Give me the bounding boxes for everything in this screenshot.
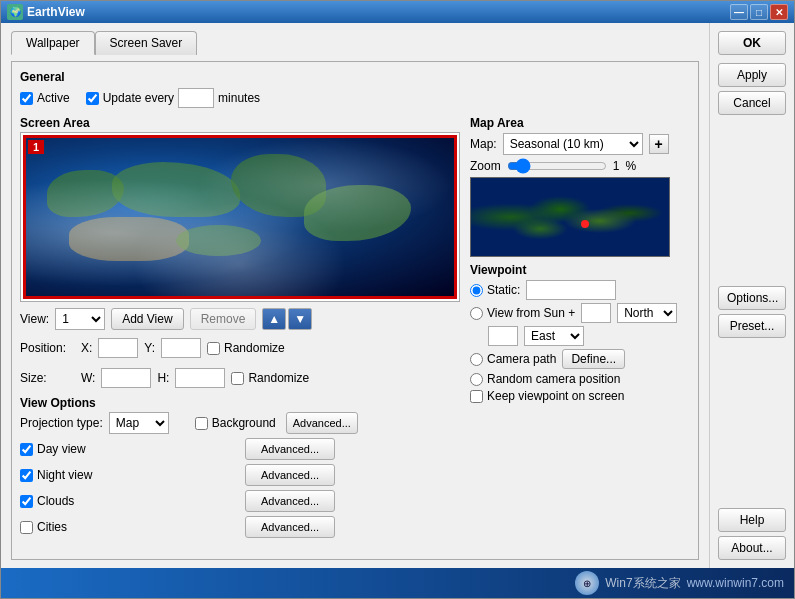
define-button[interactable]: Define...	[562, 349, 625, 369]
close-button[interactable]: ✕	[770, 4, 788, 20]
cities-label[interactable]: Cities	[20, 516, 235, 538]
view-sun-value-input[interactable]: 0°	[581, 303, 611, 323]
win7-logo-icon: ⊕	[575, 571, 599, 595]
map-select[interactable]: Seasonal (10 km) Blue Marble Night	[503, 133, 643, 155]
east-select[interactable]: East West	[524, 326, 584, 346]
cancel-button[interactable]: Cancel	[718, 91, 786, 115]
day-view-label[interactable]: Day view	[20, 438, 235, 460]
size-h-input[interactable]: 1080	[175, 368, 225, 388]
map-select-row: Map: Seasonal (10 km) Blue Marble Night …	[470, 133, 690, 155]
view-options-section: View Options Projection type: Map Globe …	[20, 396, 460, 538]
background-advanced-button[interactable]: Advanced...	[286, 412, 358, 434]
zoom-row: Zoom 1 %	[470, 158, 690, 174]
view-sun-radio[interactable]	[470, 307, 483, 320]
size-row: Size: W: 1920 H: 1080 Randomize	[20, 368, 460, 388]
apply-button[interactable]: Apply	[718, 63, 786, 87]
update-value-input[interactable]: 10	[178, 88, 214, 108]
tab-wallpaper[interactable]: Wallpaper	[11, 31, 95, 55]
camera-path-radio[interactable]	[470, 353, 483, 366]
ok-button[interactable]: OK	[718, 31, 786, 55]
random-camera-radio-label[interactable]: Random camera position	[470, 372, 620, 386]
clouds-label[interactable]: Clouds	[20, 490, 235, 512]
size-label: Size:	[20, 371, 75, 385]
position-row: Position: X: 0 Y: 0 Randomize	[20, 338, 460, 358]
about-button[interactable]: About...	[718, 536, 786, 560]
update-checkbox-label[interactable]: Update every	[86, 91, 174, 105]
projection-select[interactable]: Map Globe	[109, 412, 169, 434]
day-view-checkbox[interactable]	[20, 443, 33, 456]
tab-screensaver[interactable]: Screen Saver	[95, 31, 198, 55]
active-checkbox[interactable]	[20, 92, 33, 105]
minimize-button[interactable]: —	[730, 4, 748, 20]
clouds-advanced-button[interactable]: Advanced...	[245, 490, 335, 512]
map-label: Map:	[470, 137, 497, 151]
two-col-layout: Screen Area 1	[20, 116, 690, 551]
maximize-button[interactable]: □	[750, 4, 768, 20]
sun-east-value-input[interactable]: 0°	[488, 326, 518, 346]
up-arrow-button[interactable]: ▲	[262, 308, 286, 330]
zoom-value: 1	[613, 159, 620, 173]
clouds-checkbox[interactable]	[20, 495, 33, 508]
position-x-input[interactable]: 0	[98, 338, 138, 358]
active-checkbox-label[interactable]: Active	[20, 91, 70, 105]
size-w-input[interactable]: 1920	[101, 368, 151, 388]
size-randomize-checkbox[interactable]	[231, 372, 244, 385]
zoom-slider[interactable]	[507, 158, 607, 174]
position-randomize-checkbox[interactable]	[207, 342, 220, 355]
keep-viewpoint-label[interactable]: Keep viewpoint on screen	[470, 389, 624, 403]
update-row: Update every 10 minutes	[86, 88, 260, 108]
position-randomize-label[interactable]: Randomize	[207, 341, 285, 355]
map-area-section: Map Area Map: Seasonal (10 km) Blue Marb…	[470, 116, 690, 257]
keep-viewpoint-row: Keep viewpoint on screen	[470, 389, 690, 403]
screen-preview: 1	[23, 135, 457, 299]
day-advanced-button[interactable]: Advanced...	[245, 438, 335, 460]
view-select[interactable]: 1	[55, 308, 105, 330]
screen-number: 1	[28, 140, 44, 154]
remove-button[interactable]: Remove	[190, 308, 257, 330]
cities-advanced-button[interactable]: Advanced...	[245, 516, 335, 538]
down-arrow-button[interactable]: ▼	[288, 308, 312, 330]
view-label: View:	[20, 312, 49, 326]
keep-viewpoint-checkbox[interactable]	[470, 390, 483, 403]
cities-checkbox[interactable]	[20, 521, 33, 534]
title-bar-left: 🌍 EarthView	[7, 4, 85, 20]
active-label: Active	[37, 91, 70, 105]
side-buttons: OK Apply Cancel Options... Preset... Hel…	[709, 23, 794, 568]
static-value-input[interactable]: 0.00°N 0.00°E	[526, 280, 616, 300]
projection-label: Projection type:	[20, 416, 103, 430]
background-label[interactable]: Background	[195, 416, 276, 430]
help-button[interactable]: Help	[718, 508, 786, 532]
north-select[interactable]: North South	[617, 303, 677, 323]
screen-area-section: Screen Area 1	[20, 116, 460, 302]
size-randomize-text: Randomize	[248, 371, 309, 385]
x-label: X:	[81, 341, 92, 355]
zoom-label: Zoom	[470, 159, 501, 173]
options-button[interactable]: Options...	[718, 286, 786, 310]
keep-viewpoint-text: Keep viewpoint on screen	[487, 389, 624, 403]
random-camera-radio[interactable]	[470, 373, 483, 386]
camera-path-radio-label[interactable]: Camera path	[470, 352, 556, 366]
view-sun-radio-label[interactable]: View from Sun +	[470, 306, 575, 320]
position-y-input[interactable]: 0	[161, 338, 201, 358]
background-checkbox[interactable]	[195, 417, 208, 430]
position-label: Position:	[20, 341, 75, 355]
preset-button[interactable]: Preset...	[718, 314, 786, 338]
night-advanced-button[interactable]: Advanced...	[245, 464, 335, 486]
size-randomize-label[interactable]: Randomize	[231, 371, 309, 385]
title-bar: 🌍 EarthView — □ ✕	[1, 1, 794, 23]
minutes-label: minutes	[218, 91, 260, 105]
view-sun-row: View from Sun + 0° North South	[470, 303, 690, 323]
random-camera-row: Random camera position	[470, 372, 690, 386]
watermark-text: Win7系统之家	[605, 575, 680, 592]
mini-map[interactable]	[470, 177, 670, 257]
night-view-label[interactable]: Night view	[20, 464, 235, 486]
add-view-button[interactable]: Add View	[111, 308, 183, 330]
night-view-checkbox[interactable]	[20, 469, 33, 482]
view-options-label: View Options	[20, 396, 460, 410]
static-radio[interactable]	[470, 284, 483, 297]
static-radio-label[interactable]: Static:	[470, 283, 520, 297]
screen-area-box: 1	[20, 132, 460, 302]
map-plus-button[interactable]: +	[649, 134, 669, 154]
update-checkbox[interactable]	[86, 92, 99, 105]
viewpoint-label: Viewpoint	[470, 263, 690, 277]
